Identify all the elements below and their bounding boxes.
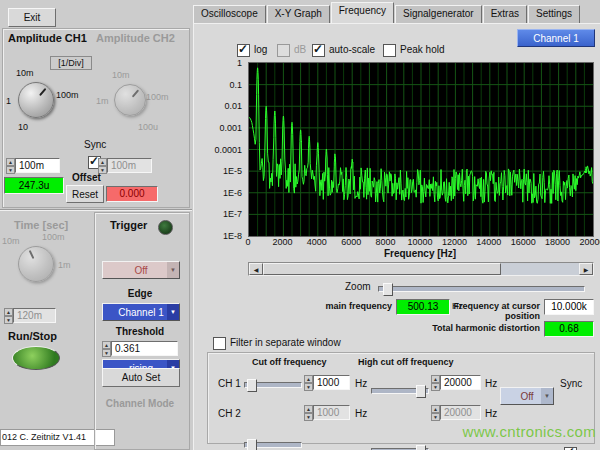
amplitude-ch2-title: Amplitude CH2 [96,32,175,44]
cursor-frequency-label: Frequency at cursor position [420,301,540,321]
ch2-high-unit: Hz [485,408,497,419]
time-scale-right: 1m [58,260,71,270]
spinner-arrows-icon[interactable]: ▲▼ [304,405,313,420]
ch2-low-unit: Hz [355,408,367,419]
ch1-high-unit: Hz [485,378,497,389]
y-axis-tick: 1 [237,58,242,68]
ch1-high-cutoff-value[interactable]: 20000 [440,375,481,390]
channel-select-button[interactable]: Channel 1 [517,29,595,47]
autoscale-label: auto-scale [329,44,375,55]
ch2-knob-group: 10m 100m 1m 100u [96,66,182,152]
threshold-value[interactable]: 0.361 [111,341,178,356]
ch2-high-slider-thumb[interactable] [416,445,426,450]
ch2-low-slider-thumb[interactable] [247,439,257,450]
time-title: Time [sec] [14,219,68,231]
trigger-title: Trigger [110,219,147,231]
trigger-led-icon [158,220,173,235]
tab-settings[interactable]: Settings [528,5,580,24]
filter-mode-dropdown[interactable]: Off ▼ [500,387,554,405]
log-checkbox[interactable] [237,44,250,57]
x-axis-tick: 8000 [376,237,396,247]
auto-set-label: Auto Set [122,372,160,383]
low-cutoff-header: Cut off frequency [252,357,327,367]
auto-set-button[interactable]: Auto Set [102,368,180,387]
zoom-label: Zoom [345,281,371,292]
ch1-high-slider-thumb[interactable] [416,385,426,398]
zoom-slider-thumb[interactable] [383,283,393,296]
run-stop-button[interactable] [12,346,60,370]
exit-button-label: Exit [24,12,41,23]
spinner-arrows-icon[interactable]: ▲▼ [431,375,440,390]
ch2-high-cutoff-spinner[interactable]: ▲▼ 20000 [431,405,481,420]
tab-xy-graph[interactable]: X-Y Graph [267,5,330,24]
spinner-arrows-icon[interactable]: ▲▼ [98,158,107,173]
cursor-frequency-field[interactable]: 10.000k [544,299,594,315]
y-axis-tick: 0.1 [229,80,242,90]
db-label: dB [294,44,306,55]
y-axis-tick: 1E-6 [223,188,242,198]
y-axis-tick: 1E-5 [223,166,242,176]
x-axis-tick: 16000 [511,237,536,247]
scrollbar-thumb[interactable] [263,263,501,275]
tab-frequency[interactable]: Frequency [331,2,394,24]
spectrum-plot[interactable] [248,62,594,237]
time-value[interactable]: 120m [13,308,56,323]
y-axis-tick: 0.001 [219,123,242,133]
autoscale-checkbox[interactable] [312,44,325,57]
ch1-scale-left: 1 [6,96,11,106]
scrollbar-track[interactable] [501,263,579,275]
chevron-down-icon: ▼ [541,388,553,404]
main-frequency-label: main frequency [280,301,392,311]
exit-button[interactable]: Exit [8,8,56,27]
ch1-high-cutoff-slider[interactable] [371,388,429,394]
spinner-arrows-icon[interactable]: ▲▼ [304,375,313,390]
ch2-amplitude-knob[interactable] [114,84,146,116]
spinner-arrows-icon[interactable]: ▲▼ [6,158,15,173]
filter-ch2-label: CH 2 [218,408,241,419]
time-spinner[interactable]: ▲▼ 120m [4,308,56,323]
tab-extras[interactable]: Extras [483,5,527,24]
tab-oscilloscope[interactable]: Oscilloscope [193,5,266,24]
scrollbar-left-arrow-icon[interactable]: ◀ [249,263,263,275]
threshold-spinner[interactable]: ▲▼ 0.361 [102,341,178,356]
ch2-low-cutoff-value[interactable]: 1000 [313,405,350,420]
plot-scrollbar[interactable]: ◀ ▶ [248,262,594,276]
trigger-source-value: Channel 1 [118,307,164,318]
log-checkbox-group: log [237,44,267,59]
x-axis-tick: 14000 [476,237,501,247]
ch1-amplitude-spinner[interactable]: ▲▼ 100m [6,158,60,173]
knob-pointer-icon [39,88,46,96]
ch1-low-cutoff-spinner[interactable]: ▲▼ 1000 [304,375,350,390]
ch1-low-cutoff-slider[interactable] [244,382,302,388]
spinner-arrows-icon[interactable]: ▲▼ [431,405,440,420]
ch2-amplitude-spinner[interactable]: ▲▼ 100m [98,158,152,173]
time-knob[interactable] [18,246,54,282]
ch2-amplitude-value[interactable]: 100m [107,158,152,173]
db-checkbox[interactable] [277,44,290,57]
ch1-amplitude-knob[interactable] [18,82,54,118]
ch2-low-cutoff-spinner[interactable]: ▲▼ 1000 [304,405,350,420]
spinner-arrows-icon[interactable]: ▲▼ [102,341,111,356]
ch2-low-cutoff-slider[interactable] [244,442,302,448]
x-axis-tick: 6000 [341,237,361,247]
edge-title: Edge [102,288,178,299]
y-axis-labels: 10.10.010.0010.00011E-51E-61E-71E-8 [193,62,245,235]
ch1-amplitude-value[interactable]: 100m [15,158,60,173]
filter-window-checkbox[interactable] [213,337,226,350]
trigger-source-dropdown[interactable]: Channel 1 ▼ [102,303,180,321]
peakhold-checkbox[interactable] [383,44,396,57]
trigger-mode-dropdown[interactable]: Off ▼ [102,261,180,279]
ch1-high-cutoff-spinner[interactable]: ▲▼ 20000 [431,375,481,390]
spinner-arrows-icon[interactable]: ▲▼ [4,308,13,323]
tab-signalgenerator[interactable]: Signalgenerator [395,5,482,24]
filter-window-checkbox-group: Filter in separate window [213,337,341,352]
ch1-low-slider-thumb[interactable] [247,379,257,392]
ch2-high-cutoff-value[interactable]: 20000 [440,405,481,420]
spectrum-svg [249,63,593,236]
filter-sync-label: Sync [560,378,582,389]
ch1-low-cutoff-value[interactable]: 1000 [313,375,350,390]
offset-reset-button[interactable]: Reset [66,185,104,203]
scrollbar-right-arrow-icon[interactable]: ▶ [579,263,593,275]
zoom-slider[interactable] [378,286,585,292]
ch1-measure-display: 247.3u [4,177,64,194]
